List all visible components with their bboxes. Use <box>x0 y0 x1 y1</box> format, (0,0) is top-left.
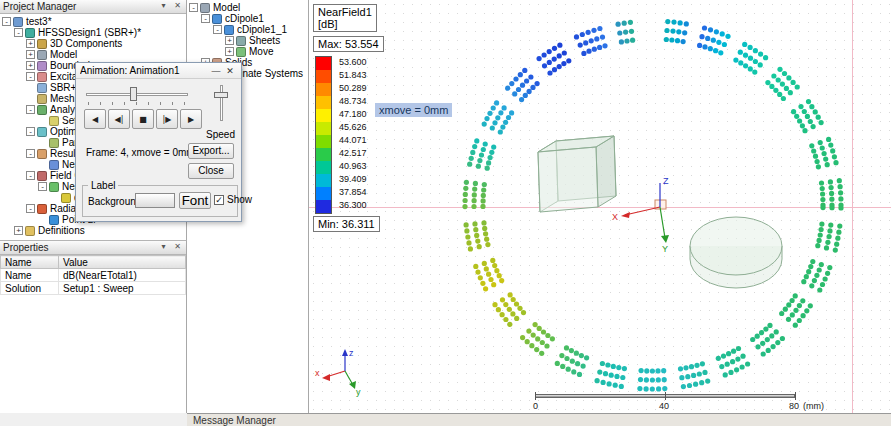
colorbar-band <box>316 122 331 135</box>
show-checkbox[interactable]: ✓ <box>214 195 224 205</box>
ruler-unit: (mm) <box>803 401 824 411</box>
tree-item-label: Definitions <box>38 225 85 236</box>
z-axis-label: Z <box>663 176 669 186</box>
design-icon <box>25 28 35 38</box>
tree-item-sheets[interactable]: +Sheets <box>187 35 308 46</box>
frame-status-text: Frame: 4, xmove = 0mm <box>86 147 195 158</box>
modeler-viewport[interactable]: X Y Z x z y NearField1 <box>309 0 891 413</box>
xmove-annotation[interactable]: xmove = 0mm <box>375 103 452 117</box>
message-manager-title: Message Manager <box>193 415 276 426</box>
model-geometry <box>538 136 782 288</box>
export-button[interactable]: Export... <box>188 143 234 159</box>
point-icon <box>49 215 59 225</box>
playback-controls: ◀◀|■|▶▶ <box>84 109 202 129</box>
tree-item-test3[interactable]: -test3* <box>0 16 186 27</box>
speed-slider[interactable] <box>214 85 228 121</box>
overlays-icon <box>37 171 47 181</box>
tree-item-label: 3D Components <box>50 38 122 49</box>
play-button[interactable]: ▶ <box>180 109 202 129</box>
collapse-icon[interactable]: - <box>26 149 35 158</box>
tree-item-cdipole1-1[interactable]: -cDipole1_1 <box>187 24 308 35</box>
collapse-icon[interactable]: - <box>2 17 11 26</box>
collapse-icon[interactable]: - <box>38 182 47 191</box>
project-panel-menu-icon[interactable]: ▾ <box>158 1 169 12</box>
collapse-icon[interactable]: - <box>26 204 35 213</box>
dialog-close-icon[interactable]: ✕ <box>223 66 237 76</box>
colorbar-tick-label: 45.626 <box>339 121 367 134</box>
field-plot-canvas[interactable]: X Y Z x z y <box>309 0 891 413</box>
view-orientation-triad: x z y <box>315 348 361 397</box>
legend-max-value: Max: 53.554 <box>313 36 384 52</box>
model-icon <box>200 3 210 13</box>
properties-column-header: Value <box>59 256 186 269</box>
colorbar-band <box>316 57 331 70</box>
properties-panel-menu-icon[interactable]: ▾ <box>158 242 169 253</box>
tree-item-hfssdesign1-sbr[interactable]: -HFSSDesign1 (SBR+)* <box>0 27 186 38</box>
tree-item-definitions[interactable]: +Definitions <box>0 225 186 236</box>
speed-slider-thumb[interactable] <box>214 92 228 98</box>
collapse-icon[interactable]: - <box>26 72 35 81</box>
expand-icon[interactable]: + <box>26 39 35 48</box>
dialog-minimize-icon[interactable]: — <box>209 66 223 76</box>
message-manager-bar[interactable]: Message Manager <box>187 413 891 426</box>
dipole-icon <box>224 25 234 35</box>
expand-icon[interactable]: + <box>26 50 35 59</box>
tree-item-model[interactable]: +Model <box>0 49 186 60</box>
colorbar-band <box>316 109 331 122</box>
label-group-title: Label <box>88 180 118 191</box>
y-axis-label: Y <box>662 244 668 254</box>
tree-item-label: Move <box>249 46 273 57</box>
project-panel-close-icon[interactable]: ✕ <box>172 1 183 12</box>
animation-dialog-titlebar[interactable]: Animation: Animation1 — ✕ <box>76 63 241 79</box>
collapse-icon[interactable]: - <box>189 3 198 12</box>
frame-slider-thumb[interactable] <box>130 87 137 101</box>
property-name-cell: Name <box>1 269 59 282</box>
legend-tick-labels: 53.60051.84350.28948.73447.18045.62644.0… <box>339 56 367 212</box>
collapse-icon[interactable]: - <box>201 14 210 23</box>
ruler-tick-80: 80 <box>789 401 799 411</box>
tree-item-3d-components[interactable]: +3D Components <box>0 38 186 49</box>
collapse-icon[interactable]: - <box>14 28 23 37</box>
ruler-tick-0: 0 <box>533 401 538 411</box>
background-color-button[interactable] <box>135 193 175 208</box>
colorbar-tick-label: 37.854 <box>339 186 367 199</box>
collapse-icon[interactable]: - <box>213 25 222 34</box>
play-reverse-button[interactable]: ◀ <box>84 109 106 129</box>
tree-item-label: Mesh <box>50 93 74 104</box>
frame-slider-track[interactable] <box>86 93 188 96</box>
tree-item-move[interactable]: +Move <box>187 46 308 57</box>
collapse-icon[interactable]: - <box>26 171 35 180</box>
expand-icon[interactable]: + <box>225 47 234 56</box>
step-back-button[interactable]: ◀| <box>108 109 130 129</box>
property-row[interactable]: NamedB(NearETotal1) <box>1 269 186 282</box>
x-axis-label: X <box>612 212 618 222</box>
tree-item-model[interactable]: -Model <box>187 2 308 13</box>
close-button[interactable]: Close <box>188 163 234 179</box>
tree-item-label: Model <box>50 49 77 60</box>
property-value-cell[interactable]: Setup1 : Sweep <box>59 282 186 295</box>
property-value-cell[interactable]: dB(NearETotal1) <box>59 269 186 282</box>
frame-slider[interactable] <box>86 87 188 105</box>
properties-panel: Properties ▾ ✕ NameValueNamedB(NearETota… <box>0 240 187 413</box>
step-forward-button[interactable]: |▶ <box>156 109 178 129</box>
properties-table: NameValueNamedB(NearETotal1)SolutionSetu… <box>0 255 186 295</box>
expand-icon[interactable]: + <box>225 36 234 45</box>
boundaries-icon <box>37 61 47 71</box>
tree-item-cdipole1[interactable]: -cDipole1 <box>187 13 308 24</box>
collapse-icon[interactable]: - <box>26 105 35 114</box>
property-name-cell: Solution <box>1 282 59 295</box>
results-icon <box>37 149 47 159</box>
expand-icon[interactable]: + <box>14 226 23 235</box>
properties-header-row: NameValue <box>1 256 186 269</box>
expand-icon[interactable]: + <box>26 61 35 70</box>
speed-slider-track[interactable] <box>220 85 223 121</box>
tree-item-label: test3* <box>26 16 52 27</box>
show-checkbox-group[interactable]: ✓ Show <box>214 194 252 205</box>
speed-label: Speed <box>206 129 235 140</box>
properties-panel-close-icon[interactable]: ✕ <box>172 242 183 253</box>
colorbar-tick-label: 36.300 <box>339 199 367 212</box>
collapse-icon[interactable]: - <box>26 127 35 136</box>
font-button[interactable]: Font <box>179 192 211 209</box>
property-row[interactable]: SolutionSetup1 : Sweep <box>1 282 186 295</box>
stop-button[interactable]: ■ <box>132 109 154 129</box>
